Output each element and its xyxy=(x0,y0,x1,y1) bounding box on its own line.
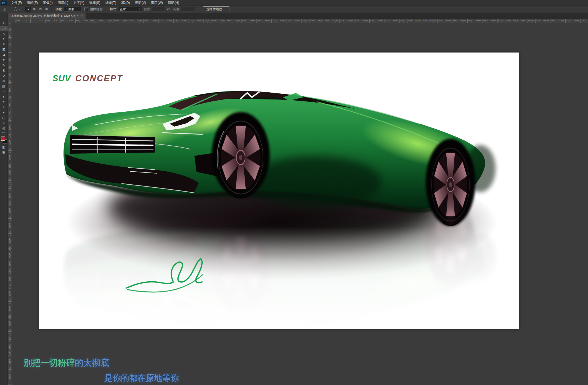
gradient-tool[interactable]: ▧ xyxy=(0,83,8,89)
style-value: 正常 xyxy=(120,7,126,11)
menu-item[interactable]: 3D(D) xyxy=(119,0,133,6)
ruler-label: 4900 xyxy=(400,19,406,22)
document-artboard[interactable]: SUV CONCEPT xyxy=(39,53,519,329)
ruler-label: 3100 xyxy=(264,19,270,22)
ruler-label: 1000 xyxy=(8,124,11,132)
crop-tool[interactable]: # xyxy=(0,41,8,47)
hand-tool[interactable]: ☜ xyxy=(0,120,8,125)
ruler-label: 3100 xyxy=(8,282,11,290)
frame-tool[interactable]: ⊠ xyxy=(0,47,8,52)
ruler-label: 500 xyxy=(69,19,73,22)
menu-item[interactable]: 文件(F) xyxy=(9,0,24,6)
dodge-tool[interactable]: ◐ xyxy=(0,94,8,99)
ruler-label: 3800 xyxy=(8,335,11,343)
clone-stamp-tool[interactable]: ♜ xyxy=(0,68,8,73)
feather-input[interactable]: 0 像素 xyxy=(64,7,82,12)
ruler-origin-corner[interactable] xyxy=(8,19,12,23)
horizontal-ruler[interactable]: 2001000100200300400500600700800900100011… xyxy=(12,19,588,23)
separator xyxy=(106,6,106,12)
ruler-label: 700 xyxy=(84,19,88,22)
ruler-label: 2200 xyxy=(197,19,202,22)
anti-alias-checkbox[interactable]: ✓ xyxy=(84,7,88,11)
blur-tool[interactable]: ○ xyxy=(0,89,8,94)
menu-item[interactable]: 选择(S) xyxy=(87,0,103,6)
canvas-area[interactable]: SUV CONCEPT xyxy=(12,23,588,385)
menu-item[interactable]: 帮助(H) xyxy=(165,0,182,6)
subtract-from-selection-mode[interactable]: ⊟ xyxy=(38,7,43,12)
ruler-label: 5000 xyxy=(408,19,413,22)
ruler-label: 1500 xyxy=(144,19,149,22)
document-tab[interactable]: 15概念车.psd @ 36.6% (色相/饱和度 1, CMYK/8) * × xyxy=(8,13,86,19)
shape-tool[interactable]: ▢ xyxy=(0,115,8,120)
ruler-label: 6400 xyxy=(513,19,518,22)
photoshop-logo-icon[interactable]: Ps xyxy=(1,1,7,5)
history-brush-tool[interactable]: ↺ xyxy=(0,73,8,78)
width-label: 宽度: xyxy=(144,7,151,11)
select-and-mask-button[interactable]: 选择并遮住 ... xyxy=(203,6,229,12)
menu-item[interactable]: 滤镜(T) xyxy=(103,0,118,6)
selection-mode-group: ■⊞⊟⊠ xyxy=(25,7,49,12)
brush-tool[interactable]: ✎ xyxy=(0,62,8,68)
ruler-label: 200 xyxy=(16,19,20,22)
lasso-tool[interactable]: ∿ xyxy=(0,31,8,36)
eyedropper-tool[interactable]: ◢ xyxy=(0,52,8,57)
move-tool[interactable]: ✛ xyxy=(0,20,8,26)
ruler-label: 1700 xyxy=(159,19,164,22)
quick-selection-tool[interactable]: ✦ xyxy=(0,36,8,41)
tool-preset-dropdown[interactable]: ▾ xyxy=(14,7,20,11)
ruler-label: 3800 xyxy=(317,19,322,22)
document-tab-title: 15概念车.psd @ 36.6% (色相/饱和度 1, CMYK/8) * xyxy=(10,14,78,18)
swap-dimensions-icon[interactable]: ⇄ xyxy=(167,7,170,11)
path-selection-tool[interactable]: ▸ xyxy=(0,110,8,115)
screen-mode-icon[interactable]: ▣ xyxy=(0,150,8,154)
edit-toolbar-icon[interactable]: ⋯ xyxy=(0,131,8,135)
ruler-label: 100 xyxy=(38,19,42,22)
menu-item[interactable]: 文字(Y) xyxy=(71,0,87,6)
menu-item[interactable]: 视图(V) xyxy=(133,0,149,6)
quick-mask-icon[interactable]: ◧ xyxy=(0,145,8,150)
ruler-label: 3400 xyxy=(8,305,11,313)
ruler-label: 700 xyxy=(8,101,11,109)
ruler-label: 2900 xyxy=(250,19,255,22)
menu-item[interactable]: 编辑(E) xyxy=(24,0,40,6)
foreground-color-swatch[interactable] xyxy=(1,137,5,141)
healing-brush-tool[interactable]: ✚ xyxy=(0,57,8,62)
ruler-label: 4100 xyxy=(8,358,11,366)
type-tool[interactable]: T xyxy=(0,104,8,110)
elliptical-marquee-tool[interactable] xyxy=(0,26,8,31)
ruler-label: 3000 xyxy=(257,19,262,22)
zoom-tool[interactable]: ◎ xyxy=(0,125,8,131)
anti-alias-label: 消除锯齿 xyxy=(90,7,103,11)
menu-item[interactable]: 图层(L) xyxy=(55,0,71,6)
height-input[interactable] xyxy=(181,7,195,12)
eraser-tool[interactable]: ▱ xyxy=(0,78,8,83)
ruler-label: 200 xyxy=(46,19,50,22)
new-selection-mode[interactable]: ■ xyxy=(25,7,31,12)
ruler-label: 6000 xyxy=(483,19,488,22)
ruler-label: 1300 xyxy=(129,19,134,22)
ruler-label: 4200 xyxy=(348,19,353,22)
intersect-selection-mode[interactable]: ⊠ xyxy=(44,7,49,12)
color-swatches[interactable] xyxy=(0,136,8,145)
ruler-label: 6700 xyxy=(536,19,541,22)
style-select[interactable]: 正常 ▾ xyxy=(118,7,142,12)
close-icon[interactable]: × xyxy=(81,14,83,18)
ruler-label: 2400 xyxy=(8,229,11,237)
menu-item[interactable]: 窗口(W) xyxy=(149,0,165,6)
menu-bar: Ps 文件(F)编辑(E)图像(I)图层(L)文字(Y)选择(S)滤镜(T)3D… xyxy=(0,0,588,6)
ruler-label: 2500 xyxy=(8,237,11,245)
vertical-ruler[interactable]: 4003002001000100200300400500600700800900… xyxy=(8,23,12,385)
ruler-label: 2100 xyxy=(8,207,11,215)
artwork-title: SUV CONCEPT xyxy=(52,74,123,83)
ruler-label: 3200 xyxy=(8,290,11,298)
menu-item[interactable]: 图像(I) xyxy=(40,0,55,6)
separator xyxy=(23,6,23,12)
ruler-label: 100 xyxy=(8,56,11,64)
pen-tool[interactable]: ✒ xyxy=(0,99,8,104)
home-icon[interactable]: ⌂ xyxy=(3,7,6,11)
artwork-title-suv: SUV xyxy=(52,74,71,83)
ruler-label: 1200 xyxy=(8,139,11,147)
elliptical-marquee-icon xyxy=(14,7,17,11)
add-to-selection-mode[interactable]: ⊞ xyxy=(31,7,37,12)
width-input[interactable] xyxy=(152,7,166,12)
